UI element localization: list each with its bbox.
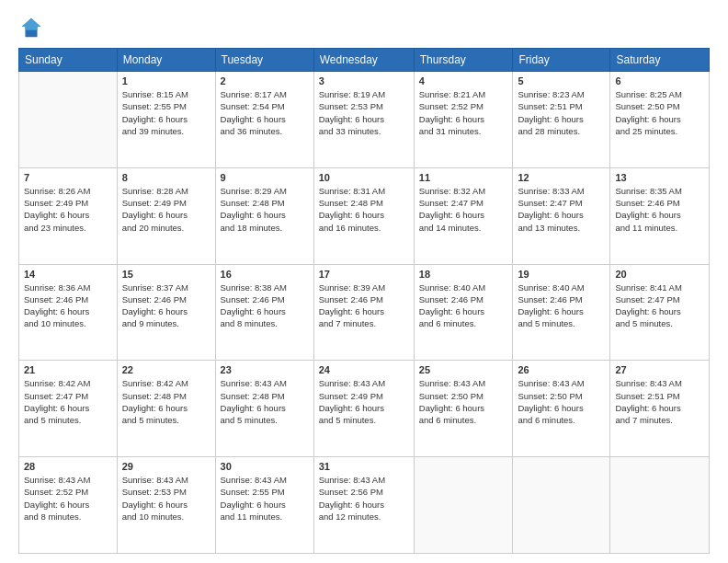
calendar-cell: 16Sunrise: 8:38 AM Sunset: 2:46 PM Dayli… [215,264,313,361]
svg-marker-1 [22,18,41,30]
day-number: 30 [221,461,309,472]
calendar-header-monday: Monday [117,49,215,72]
calendar-cell: 17Sunrise: 8:39 AM Sunset: 2:46 PM Dayli… [313,264,414,361]
calendar-header-saturday: Saturday [610,49,710,72]
day-info: Sunrise: 8:43 AM Sunset: 2:50 PM Dayligh… [419,377,508,426]
calendar-cell: 31Sunrise: 8:43 AM Sunset: 2:56 PM Dayli… [313,457,414,554]
day-number: 15 [122,269,210,280]
day-info: Sunrise: 8:43 AM Sunset: 2:52 PM Dayligh… [24,474,112,523]
day-info: Sunrise: 8:28 AM Sunset: 2:49 PM Dayligh… [122,185,210,234]
calendar-cell: 4Sunrise: 8:21 AM Sunset: 2:52 PM Daylig… [414,72,513,168]
day-info: Sunrise: 8:37 AM Sunset: 2:46 PM Dayligh… [122,282,210,330]
calendar-cell: 22Sunrise: 8:42 AM Sunset: 2:48 PM Dayli… [117,361,215,457]
calendar-header-tuesday: Tuesday [215,49,313,72]
calendar-cell: 8Sunrise: 8:28 AM Sunset: 2:49 PM Daylig… [117,167,215,264]
calendar-cell: 19Sunrise: 8:40 AM Sunset: 2:46 PM Dayli… [513,264,610,361]
calendar-cell: 20Sunrise: 8:41 AM Sunset: 2:47 PM Dayli… [610,264,710,361]
day-number: 21 [24,364,112,375]
day-number: 4 [419,75,508,86]
calendar-cell [414,457,513,554]
day-info: Sunrise: 8:40 AM Sunset: 2:46 PM Dayligh… [518,282,605,330]
calendar-week-5: 28Sunrise: 8:43 AM Sunset: 2:52 PM Dayli… [19,457,710,554]
day-info: Sunrise: 8:43 AM Sunset: 2:55 PM Dayligh… [221,474,309,523]
calendar-cell: 25Sunrise: 8:43 AM Sunset: 2:50 PM Dayli… [414,361,513,457]
day-number: 2 [221,75,309,86]
day-info: Sunrise: 8:32 AM Sunset: 2:47 PM Dayligh… [419,185,508,234]
calendar-cell: 9Sunrise: 8:29 AM Sunset: 2:48 PM Daylig… [215,167,313,264]
day-number: 12 [518,172,605,183]
day-info: Sunrise: 8:29 AM Sunset: 2:48 PM Dayligh… [221,185,309,234]
day-number: 19 [518,269,605,280]
day-info: Sunrise: 8:17 AM Sunset: 2:54 PM Dayligh… [221,88,309,137]
day-info: Sunrise: 8:21 AM Sunset: 2:52 PM Dayligh… [419,88,508,137]
day-number: 31 [319,461,409,472]
day-info: Sunrise: 8:25 AM Sunset: 2:50 PM Dayligh… [615,88,704,137]
calendar-week-3: 14Sunrise: 8:36 AM Sunset: 2:46 PM Dayli… [19,264,710,361]
logo-icon [18,15,44,40]
day-info: Sunrise: 8:23 AM Sunset: 2:51 PM Dayligh… [518,88,605,137]
day-number: 1 [122,75,210,86]
header [18,15,710,40]
day-number: 13 [615,172,704,183]
calendar-cell [19,72,118,168]
calendar-cell: 28Sunrise: 8:43 AM Sunset: 2:52 PM Dayli… [19,457,118,554]
calendar-header-row: SundayMondayTuesdayWednesdayThursdayFrid… [19,49,710,72]
calendar-cell: 10Sunrise: 8:31 AM Sunset: 2:48 PM Dayli… [313,167,414,264]
day-number: 23 [221,364,309,375]
day-info: Sunrise: 8:36 AM Sunset: 2:46 PM Dayligh… [24,282,112,330]
calendar-cell: 18Sunrise: 8:40 AM Sunset: 2:46 PM Dayli… [414,264,513,361]
day-number: 18 [419,269,508,280]
day-number: 3 [319,75,409,86]
day-info: Sunrise: 8:40 AM Sunset: 2:46 PM Dayligh… [419,282,508,330]
calendar-cell: 29Sunrise: 8:43 AM Sunset: 2:53 PM Dayli… [117,457,215,554]
day-info: Sunrise: 8:43 AM Sunset: 2:48 PM Dayligh… [221,377,309,426]
calendar-cell: 2Sunrise: 8:17 AM Sunset: 2:54 PM Daylig… [215,72,313,168]
calendar-cell: 21Sunrise: 8:42 AM Sunset: 2:47 PM Dayli… [19,361,118,457]
page: SundayMondayTuesdayWednesdayThursdayFrid… [0,0,728,563]
calendar-cell: 6Sunrise: 8:25 AM Sunset: 2:50 PM Daylig… [610,72,710,168]
day-info: Sunrise: 8:43 AM Sunset: 2:53 PM Dayligh… [122,474,210,523]
calendar-week-1: 1Sunrise: 8:15 AM Sunset: 2:55 PM Daylig… [19,72,710,168]
calendar-cell: 3Sunrise: 8:19 AM Sunset: 2:53 PM Daylig… [313,72,414,168]
day-number: 5 [518,75,605,86]
calendar-header-thursday: Thursday [414,49,513,72]
day-info: Sunrise: 8:42 AM Sunset: 2:47 PM Dayligh… [24,377,112,426]
day-number: 25 [419,364,508,375]
day-number: 27 [615,364,704,375]
calendar-cell: 14Sunrise: 8:36 AM Sunset: 2:46 PM Dayli… [19,264,118,361]
logo [18,15,48,40]
day-info: Sunrise: 8:39 AM Sunset: 2:46 PM Dayligh… [319,282,409,330]
day-info: Sunrise: 8:31 AM Sunset: 2:48 PM Dayligh… [319,185,409,234]
day-info: Sunrise: 8:41 AM Sunset: 2:47 PM Dayligh… [615,282,704,330]
day-info: Sunrise: 8:43 AM Sunset: 2:50 PM Dayligh… [518,377,605,426]
calendar-cell: 30Sunrise: 8:43 AM Sunset: 2:55 PM Dayli… [215,457,313,554]
calendar-cell: 12Sunrise: 8:33 AM Sunset: 2:47 PM Dayli… [513,167,610,264]
calendar-cell [513,457,610,554]
day-info: Sunrise: 8:43 AM Sunset: 2:49 PM Dayligh… [319,377,409,426]
calendar-cell: 27Sunrise: 8:43 AM Sunset: 2:51 PM Dayli… [610,361,710,457]
day-info: Sunrise: 8:43 AM Sunset: 2:56 PM Dayligh… [319,474,409,523]
day-number: 10 [319,172,409,183]
calendar-header-friday: Friday [513,49,610,72]
day-number: 22 [122,364,210,375]
day-number: 28 [24,461,112,472]
day-info: Sunrise: 8:43 AM Sunset: 2:51 PM Dayligh… [615,377,704,426]
day-info: Sunrise: 8:35 AM Sunset: 2:46 PM Dayligh… [615,185,704,234]
day-number: 29 [122,461,210,472]
calendar-cell: 11Sunrise: 8:32 AM Sunset: 2:47 PM Dayli… [414,167,513,264]
calendar: SundayMondayTuesdayWednesdayThursdayFrid… [18,48,710,554]
day-info: Sunrise: 8:42 AM Sunset: 2:48 PM Dayligh… [122,377,210,426]
day-number: 20 [615,269,704,280]
day-info: Sunrise: 8:19 AM Sunset: 2:53 PM Dayligh… [319,88,409,137]
day-info: Sunrise: 8:33 AM Sunset: 2:47 PM Dayligh… [518,185,605,234]
calendar-cell: 1Sunrise: 8:15 AM Sunset: 2:55 PM Daylig… [117,72,215,168]
calendar-header-wednesday: Wednesday [313,49,414,72]
calendar-cell: 23Sunrise: 8:43 AM Sunset: 2:48 PM Dayli… [215,361,313,457]
day-number: 11 [419,172,508,183]
calendar-week-2: 7Sunrise: 8:26 AM Sunset: 2:49 PM Daylig… [19,167,710,264]
calendar-week-4: 21Sunrise: 8:42 AM Sunset: 2:47 PM Dayli… [19,361,710,457]
day-number: 7 [24,172,112,183]
day-number: 24 [319,364,409,375]
day-number: 14 [24,269,112,280]
calendar-cell: 7Sunrise: 8:26 AM Sunset: 2:49 PM Daylig… [19,167,118,264]
